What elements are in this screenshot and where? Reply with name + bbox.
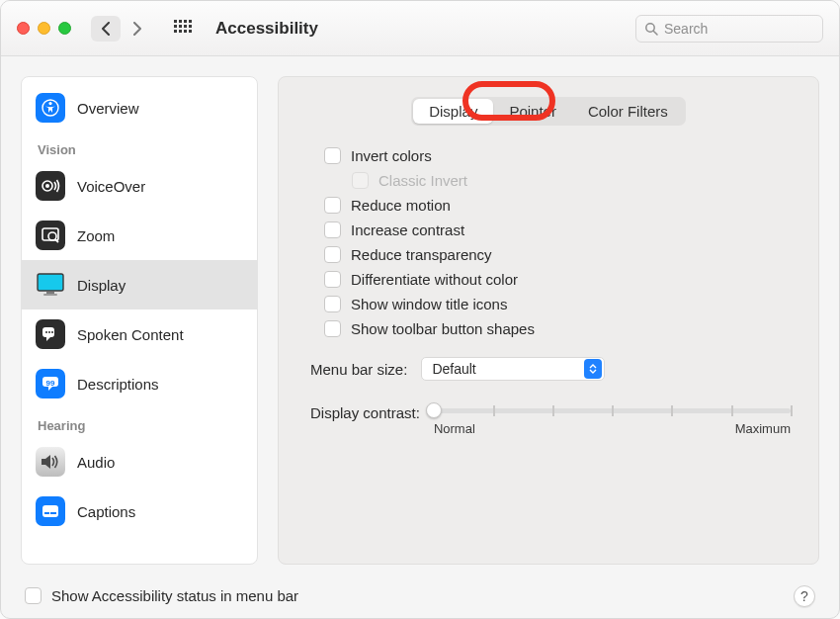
- sidebar-item-descriptions[interactable]: 99 Descriptions: [22, 359, 257, 408]
- select-stepper-icon: [584, 359, 602, 379]
- voiceover-icon: [36, 171, 65, 201]
- svg-rect-6: [184, 25, 187, 28]
- svg-point-19: [48, 232, 56, 240]
- svg-rect-2: [184, 20, 187, 23]
- option-label: Differentiate without color: [351, 271, 518, 288]
- sidebar-item-label: Captions: [77, 503, 135, 520]
- svg-point-27: [51, 331, 53, 333]
- svg-rect-4: [174, 25, 177, 28]
- svg-rect-7: [189, 25, 192, 28]
- sidebar-item-captions[interactable]: Captions: [22, 486, 257, 536]
- option-label: Reduce transparency: [351, 246, 492, 263]
- sidebar-item-label: Zoom: [77, 227, 115, 244]
- sidebar-item-label: Overview: [77, 100, 139, 117]
- sidebar-item-label: Audio: [77, 454, 115, 471]
- option-classic-invert: Classic Invert: [352, 172, 791, 189]
- sidebar-item-audio[interactable]: Audio: [22, 437, 257, 486]
- tab-display[interactable]: Display: [413, 99, 493, 124]
- pane-body: Overview Vision VoiceOver Zoom Display: [1, 56, 839, 573]
- checkbox: [352, 172, 369, 189]
- svg-point-26: [48, 331, 50, 333]
- option-reduce-transparency[interactable]: Reduce transparency: [324, 246, 791, 263]
- tab-pointer[interactable]: Pointer: [493, 99, 572, 124]
- svg-point-25: [45, 331, 47, 333]
- svg-rect-1: [179, 20, 182, 23]
- checkbox[interactable]: [25, 587, 42, 604]
- forward-button: [123, 16, 152, 42]
- svg-rect-11: [189, 30, 192, 33]
- option-invert-colors[interactable]: Invert colors: [324, 147, 791, 164]
- checkbox[interactable]: [324, 197, 341, 214]
- sidebar[interactable]: Overview Vision VoiceOver Zoom Display: [21, 76, 258, 565]
- display-contrast-label: Display contrast:: [310, 402, 420, 421]
- window-controls: [17, 22, 71, 35]
- footer-label: Show Accessibility status in menu bar: [51, 587, 298, 604]
- checkbox[interactable]: [324, 320, 341, 337]
- svg-rect-3: [189, 20, 192, 23]
- option-show-window-title-icons[interactable]: Show window title icons: [324, 296, 791, 312]
- sidebar-item-zoom[interactable]: Zoom: [22, 211, 257, 260]
- checkbox[interactable]: [324, 147, 341, 164]
- sidebar-item-display[interactable]: Display: [22, 260, 257, 310]
- sidebar-item-spoken-content[interactable]: Spoken Content: [22, 310, 257, 359]
- accessibility-icon: [36, 93, 65, 123]
- sidebar-item-voiceover[interactable]: VoiceOver: [22, 161, 257, 211]
- zoom-icon: [36, 221, 65, 250]
- back-button[interactable]: [91, 16, 121, 42]
- checkbox[interactable]: [324, 246, 341, 263]
- checkbox[interactable]: [324, 296, 341, 312]
- sidebar-section-hearing: Hearing: [22, 408, 257, 437]
- svg-rect-10: [184, 30, 187, 33]
- option-increase-contrast[interactable]: Increase contrast: [324, 221, 791, 238]
- display-icon: [36, 270, 65, 300]
- checkbox[interactable]: [324, 271, 341, 288]
- search-input[interactable]: [664, 21, 814, 37]
- help-button[interactable]: ?: [794, 585, 815, 607]
- option-show-toolbar-button-shapes[interactable]: Show toolbar button shapes: [324, 320, 791, 337]
- zoom-window-button[interactable]: [58, 22, 71, 35]
- slider-min-label: Normal: [434, 421, 475, 436]
- search-icon: [644, 22, 658, 36]
- toolbar: Accessibility: [1, 1, 839, 56]
- option-differentiate-without-color[interactable]: Differentiate without color: [324, 271, 791, 288]
- audio-icon: [36, 447, 65, 477]
- show-all-prefs-button[interactable]: [170, 16, 196, 42]
- close-window-button[interactable]: [17, 22, 30, 35]
- svg-text:99: 99: [46, 379, 55, 388]
- option-reduce-motion[interactable]: Reduce motion: [324, 197, 791, 214]
- svg-line-13: [653, 31, 657, 35]
- option-label: Show window title icons: [351, 296, 507, 312]
- svg-point-15: [48, 102, 51, 105]
- descriptions-icon: 99: [36, 369, 65, 398]
- search-field-wrap[interactable]: [635, 15, 823, 43]
- tab-color-filters[interactable]: Color Filters: [572, 99, 684, 124]
- svg-point-17: [45, 184, 49, 188]
- menu-bar-size-row: Menu bar size: Default: [306, 357, 791, 381]
- select-value: Default: [432, 361, 475, 377]
- menu-bar-size-select[interactable]: Default: [421, 357, 605, 381]
- slider-thumb[interactable]: [426, 402, 442, 418]
- sidebar-item-label: VoiceOver: [77, 178, 145, 195]
- display-options: Invert colors Classic Invert Reduce moti…: [306, 147, 791, 337]
- option-label: Invert colors: [351, 147, 432, 164]
- sidebar-item-label: Spoken Content: [77, 326, 184, 343]
- sidebar-item-label: Descriptions: [77, 376, 159, 393]
- svg-rect-0: [174, 20, 177, 23]
- sidebar-item-overview[interactable]: Overview: [22, 83, 257, 133]
- svg-rect-22: [46, 292, 54, 294]
- minimize-window-button[interactable]: [38, 22, 50, 35]
- svg-rect-5: [179, 25, 182, 28]
- content-pane: Display Pointer Color Filters Invert col…: [278, 76, 819, 565]
- option-label: Classic Invert: [378, 172, 467, 189]
- option-label: Show toolbar button shapes: [351, 320, 535, 337]
- option-label: Increase contrast: [351, 221, 464, 238]
- tab-segmented-control: Display Pointer Color Filters: [306, 97, 791, 126]
- pane-title: Accessibility: [215, 19, 318, 39]
- slider-max-label: Maximum: [735, 421, 791, 436]
- spoken-content-icon: [36, 319, 65, 349]
- svg-rect-21: [38, 274, 63, 291]
- nav-buttons: [91, 16, 152, 42]
- sidebar-item-label: Display: [77, 277, 126, 294]
- checkbox[interactable]: [324, 221, 341, 238]
- display-contrast-slider[interactable]: [434, 408, 791, 413]
